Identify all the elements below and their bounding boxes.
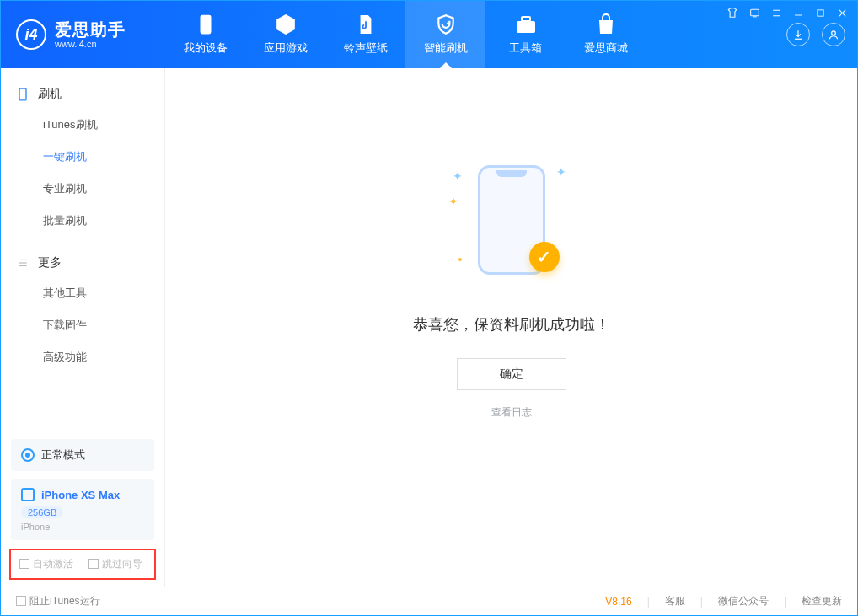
group-title: 刷机 <box>38 87 62 102</box>
svg-rect-8 <box>200 15 211 35</box>
sidebar-item-batch-flash[interactable]: 批量刷机 <box>1 205 164 237</box>
svg-point-12 <box>832 31 836 35</box>
brand-title: 爱思助手 <box>55 20 126 39</box>
link-customer-service[interactable]: 客服 <box>665 594 685 608</box>
sidebar-item-advanced[interactable]: 高级功能 <box>1 341 164 373</box>
mode-card[interactable]: 正常模式 <box>11 439 154 471</box>
checkbox-block-itunes[interactable]: 阻止iTunes运行 <box>16 594 100 608</box>
shirt-icon[interactable] <box>726 6 739 19</box>
tab-label: 铃声壁纸 <box>344 40 388 56</box>
separator: | <box>700 596 703 608</box>
brand-subtitle: www.i4.cn <box>55 39 126 49</box>
version-label: V8.16 <box>605 596 631 608</box>
minimize-icon[interactable] <box>791 6 805 19</box>
link-wechat[interactable]: 微信公众号 <box>718 594 769 608</box>
device-name: iPhone XS Max <box>41 489 120 501</box>
tab-label: 爱思商城 <box>584 40 628 56</box>
device-type: iPhone <box>21 522 144 532</box>
checkbox-icon <box>19 559 29 569</box>
checkmark-badge-icon: ✓ <box>529 242 560 272</box>
toolbox-icon <box>515 13 537 35</box>
tab-label: 我的设备 <box>184 40 228 56</box>
tab-apps-games[interactable]: 应用游戏 <box>245 1 325 68</box>
brand: i4 爱思助手 www.i4.cn <box>1 1 165 68</box>
device-capacity-badge: 256GB <box>21 506 63 518</box>
checkbox-auto-activate[interactable]: 自动激活 <box>19 557 73 571</box>
tab-label: 工具箱 <box>509 40 542 56</box>
success-message: 恭喜您，保资料刷机成功啦！ <box>413 314 610 335</box>
checkbox-skip-guide[interactable]: 跳过向导 <box>88 557 142 571</box>
svg-rect-0 <box>750 9 759 16</box>
tab-label: 智能刷机 <box>424 40 468 56</box>
phone-notch-icon <box>496 170 527 177</box>
options-highlight-box: 自动激活 跳过向导 <box>9 549 156 580</box>
group-title: 更多 <box>38 255 62 271</box>
sidebar-item-pro-flash[interactable]: 专业刷机 <box>1 173 164 205</box>
mode-indicator-icon <box>21 448 35 462</box>
device-small-icon <box>21 488 35 501</box>
close-icon[interactable] <box>835 6 849 19</box>
svg-rect-13 <box>19 88 26 100</box>
tab-ringtone-wallpaper[interactable]: 铃声壁纸 <box>325 1 405 68</box>
svg-rect-9 <box>517 21 535 33</box>
brand-logo-icon: i4 <box>16 19 46 50</box>
list-icon <box>16 256 29 270</box>
sidebar-item-download-firmware[interactable]: 下载固件 <box>1 309 164 341</box>
feedback-icon[interactable] <box>748 6 761 19</box>
sidebar-item-other-tools[interactable]: 其他工具 <box>1 277 164 309</box>
app-header: i4 爱思助手 www.i4.cn 我的设备 应用游戏 铃声壁纸 智能刷机 <box>1 1 857 68</box>
status-bar: 阻止iTunes运行 V8.16 | 客服 | 微信公众号 | 检查更新 <box>1 587 857 615</box>
main-content: ✦ ✦ ✦ • ✓ 恭喜您，保资料刷机成功啦！ 确定 查看日志 <box>165 68 857 587</box>
separator: | <box>647 596 650 608</box>
maximize-icon[interactable] <box>813 6 827 19</box>
sidebar-item-itunes-flash[interactable]: iTunes刷机 <box>1 109 164 141</box>
window-controls <box>726 6 849 19</box>
download-manager-button[interactable] <box>786 23 810 46</box>
checkbox-label: 自动激活 <box>33 558 73 570</box>
group-header-flash: 刷机 <box>1 80 164 109</box>
nav-tabs: 我的设备 应用游戏 铃声壁纸 智能刷机 工具箱 爱思商城 <box>165 1 646 68</box>
sidebar-group-flash: 刷机 iTunes刷机 一键刷机 专业刷机 批量刷机 <box>1 68 164 237</box>
sparkle-icon: ✦ <box>453 169 463 183</box>
tab-toolbox[interactable]: 工具箱 <box>485 1 566 68</box>
cube-icon <box>275 13 297 35</box>
sidebar-item-oneclick-flash[interactable]: 一键刷机 <box>1 141 164 173</box>
bag-icon <box>595 13 617 35</box>
view-log-link[interactable]: 查看日志 <box>491 405 532 420</box>
sparkle-icon: • <box>458 253 463 266</box>
tab-label: 应用游戏 <box>264 40 308 56</box>
group-header-more: 更多 <box>1 249 164 277</box>
device-icon <box>16 88 29 101</box>
phone-icon <box>195 13 217 35</box>
shield-refresh-icon <box>435 13 457 35</box>
checkbox-label: 阻止iTunes运行 <box>29 595 100 607</box>
sidebar-group-more: 更多 其他工具 下载固件 高级功能 <box>1 237 164 373</box>
svg-rect-10 <box>522 17 530 21</box>
tab-smart-flash[interactable]: 智能刷机 <box>405 1 485 68</box>
success-illustration: ✦ ✦ ✦ • ✓ <box>448 161 575 287</box>
link-check-update[interactable]: 检查更新 <box>802 594 842 608</box>
checkbox-icon <box>88 559 99 569</box>
checkbox-label: 跳过向导 <box>102 558 142 570</box>
tab-my-device[interactable]: 我的设备 <box>165 1 245 68</box>
device-card[interactable]: iPhone XS Max 256GB iPhone <box>11 479 154 540</box>
sidebar: 刷机 iTunes刷机 一键刷机 专业刷机 批量刷机 更多 其他工具 下载固件 … <box>1 68 165 587</box>
mode-label: 正常模式 <box>41 447 85 463</box>
sparkle-icon: ✦ <box>556 165 566 179</box>
ok-button[interactable]: 确定 <box>457 358 566 390</box>
sparkle-icon: ✦ <box>448 195 458 208</box>
menu-icon[interactable] <box>770 6 783 19</box>
music-file-icon <box>355 13 377 35</box>
tab-store[interactable]: 爱思商城 <box>566 1 646 68</box>
separator: | <box>784 596 786 608</box>
svg-rect-5 <box>817 9 823 15</box>
checkbox-icon <box>16 596 26 606</box>
account-button[interactable] <box>822 23 845 46</box>
